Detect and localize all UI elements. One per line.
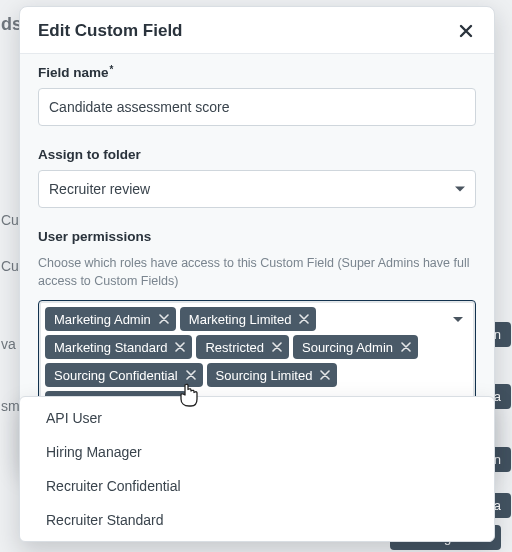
bg-text: sm xyxy=(1,398,20,414)
user-permissions-label: User permissions xyxy=(38,229,151,244)
assign-folder-select[interactable]: Recruiter review xyxy=(38,170,476,208)
role-tag-label: Marketing Standard xyxy=(54,341,167,354)
remove-role-button[interactable] xyxy=(157,312,171,326)
role-tag-label: Restricted xyxy=(205,341,264,354)
role-tag: Sourcing Limited xyxy=(207,363,338,387)
field-name-label: Field name xyxy=(38,65,112,80)
field-name-input[interactable] xyxy=(38,88,476,126)
bg-text: Cu xyxy=(1,258,19,274)
role-tag-label: Sourcing Limited xyxy=(216,369,313,382)
role-tag: Marketing Standard xyxy=(45,335,192,359)
role-tag: Sourcing Admin xyxy=(293,335,418,359)
assign-folder-group: Assign to folder Recruiter review xyxy=(38,146,476,208)
modal-title: Edit Custom Field xyxy=(38,21,183,41)
role-tag-label: Marketing Admin xyxy=(54,313,151,326)
role-tag-label: Sourcing Admin xyxy=(302,341,393,354)
permissions-option[interactable]: Hiring Manager xyxy=(20,435,494,469)
chevron-down-icon xyxy=(455,187,465,192)
close-button[interactable] xyxy=(456,21,476,41)
bg-text: Cu xyxy=(1,212,19,228)
assign-folder-value: Recruiter review xyxy=(49,181,150,197)
remove-role-button[interactable] xyxy=(173,340,187,354)
chevron-down-icon xyxy=(453,317,463,322)
role-tag: Marketing Admin xyxy=(45,307,176,331)
role-tag-label: Sourcing Confidential xyxy=(54,369,178,382)
assign-folder-label: Assign to folder xyxy=(38,147,141,162)
role-tag-label: Marketing Limited xyxy=(189,313,292,326)
remove-role-button[interactable] xyxy=(184,368,198,382)
remove-role-button[interactable] xyxy=(270,340,284,354)
permissions-dropdown: API UserHiring ManagerRecruiter Confiden… xyxy=(19,396,495,542)
remove-role-button[interactable] xyxy=(297,312,311,326)
close-icon xyxy=(458,23,474,39)
field-name-group: Field name xyxy=(38,64,476,126)
permissions-option[interactable]: Recruiter Confidential xyxy=(20,469,494,503)
bg-text: va xyxy=(1,336,16,352)
remove-role-button[interactable] xyxy=(318,368,332,382)
permissions-option[interactable]: API User xyxy=(20,401,494,435)
role-tag: Restricted xyxy=(196,335,289,359)
permissions-option[interactable]: Recruiter Standard xyxy=(20,503,494,537)
user-permissions-group: User permissions Choose which roles have… xyxy=(38,228,476,422)
remove-role-button[interactable] xyxy=(399,340,413,354)
role-tag: Sourcing Confidential xyxy=(45,363,203,387)
modal-header: Edit Custom Field xyxy=(20,7,494,53)
user-permissions-help: Choose which roles have access to this C… xyxy=(38,254,476,290)
role-tag: Marketing Limited xyxy=(180,307,317,331)
